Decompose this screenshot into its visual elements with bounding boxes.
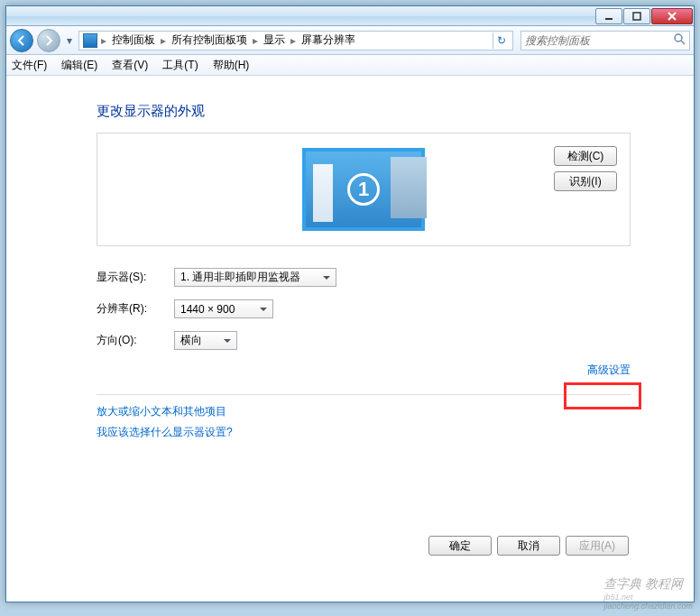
breadcrumb-sep[interactable]: ▸ bbox=[251, 34, 260, 47]
resolution-row: 分辨率(R): 1440 × 900 bbox=[97, 299, 631, 318]
display-dropdown[interactable]: 1. 通用非即插即用监视器 bbox=[174, 268, 336, 287]
orientation-dropdown[interactable]: 横向 bbox=[174, 331, 237, 350]
display-value: 1. 通用非即插即用监视器 bbox=[180, 270, 300, 285]
orientation-label: 方向(O): bbox=[97, 333, 174, 348]
navbar: ▾ ▸ 控制面板 ▸ 所有控制面板项 ▸ 显示 ▸ 屏幕分辨率 ↻ bbox=[6, 26, 694, 55]
breadcrumb-crumb[interactable]: 所有控制面板项 bbox=[170, 32, 249, 48]
search-input[interactable] bbox=[525, 34, 673, 47]
refresh-icon[interactable]: ↻ bbox=[493, 32, 509, 49]
menu-tools[interactable]: 工具(T) bbox=[162, 58, 198, 73]
footer-buttons: 确定 取消 应用(A) bbox=[428, 536, 629, 556]
menu-view[interactable]: 查看(V) bbox=[112, 58, 148, 73]
resolution-label: 分辨率(R): bbox=[97, 301, 174, 317]
preview-side-buttons: 检测(C) 识别(I) bbox=[554, 146, 617, 191]
resolution-value: 1440 × 900 bbox=[180, 303, 235, 316]
page-title: 更改显示器的外观 bbox=[97, 103, 631, 120]
breadcrumb-crumb[interactable]: 显示 bbox=[262, 32, 287, 48]
maximize-button[interactable] bbox=[623, 8, 650, 24]
close-button[interactable] bbox=[651, 8, 693, 24]
history-dropdown-icon[interactable]: ▾ bbox=[64, 34, 75, 47]
monitor-preview[interactable]: 1 bbox=[302, 148, 425, 231]
control-panel-icon bbox=[83, 33, 97, 48]
svg-line-5 bbox=[681, 41, 685, 44]
svg-point-4 bbox=[675, 34, 682, 41]
content-area: 更改显示器的外观 1 检测(C) 识别(I) 显示器(S): 1. 通用非即插即… bbox=[6, 76, 694, 581]
monitor-number: 1 bbox=[347, 173, 380, 206]
menubar: 文件(F) 编辑(E) 查看(V) 工具(T) 帮助(H) bbox=[6, 55, 694, 76]
breadcrumb-crumb[interactable]: 控制面板 bbox=[110, 32, 157, 48]
search-icon[interactable] bbox=[673, 32, 686, 48]
ok-button[interactable]: 确定 bbox=[428, 536, 492, 556]
detect-button[interactable]: 检测(C) bbox=[554, 146, 617, 166]
advanced-settings-link[interactable]: 高级设置 bbox=[97, 363, 631, 378]
display-preview-panel: 1 检测(C) 识别(I) bbox=[97, 133, 631, 246]
breadcrumb-sep[interactable]: ▸ bbox=[159, 34, 168, 47]
minimize-button[interactable] bbox=[595, 8, 622, 24]
window-frame: ▾ ▸ 控制面板 ▸ 所有控制面板项 ▸ 显示 ▸ 屏幕分辨率 ↻ 文件(F) … bbox=[5, 5, 695, 602]
orientation-row: 方向(O): 横向 bbox=[97, 331, 631, 350]
display-label: 显示器(S): bbox=[97, 270, 174, 285]
titlebar bbox=[6, 6, 694, 26]
breadcrumb-crumb[interactable]: 屏幕分辨率 bbox=[299, 32, 357, 48]
menu-edit[interactable]: 编辑(E) bbox=[61, 58, 97, 73]
orientation-value: 横向 bbox=[180, 333, 202, 348]
breadcrumb-sep[interactable]: ▸ bbox=[99, 34, 108, 47]
forward-button[interactable] bbox=[37, 29, 60, 52]
back-button[interactable] bbox=[10, 29, 33, 52]
watermark-sub2: jiaocheng.chazidian.com bbox=[603, 602, 693, 611]
search-box[interactable] bbox=[520, 31, 690, 51]
identify-button[interactable]: 识别(I) bbox=[554, 171, 617, 191]
divider bbox=[97, 394, 631, 395]
text-size-link[interactable]: 放大或缩小文本和其他项目 bbox=[97, 404, 631, 419]
which-settings-link[interactable]: 我应该选择什么显示器设置? bbox=[97, 425, 631, 440]
menu-help[interactable]: 帮助(H) bbox=[213, 58, 250, 73]
svg-rect-1 bbox=[633, 13, 640, 20]
apply-button[interactable]: 应用(A) bbox=[566, 536, 629, 556]
cancel-button[interactable]: 取消 bbox=[497, 536, 560, 556]
resolution-dropdown[interactable]: 1440 × 900 bbox=[174, 299, 273, 318]
display-row: 显示器(S): 1. 通用非即插即用监视器 bbox=[97, 268, 631, 287]
menu-file[interactable]: 文件(F) bbox=[12, 58, 47, 73]
address-bar[interactable]: ▸ 控制面板 ▸ 所有控制面板项 ▸ 显示 ▸ 屏幕分辨率 ↻ bbox=[78, 31, 513, 51]
breadcrumb-sep[interactable]: ▸ bbox=[289, 34, 298, 47]
